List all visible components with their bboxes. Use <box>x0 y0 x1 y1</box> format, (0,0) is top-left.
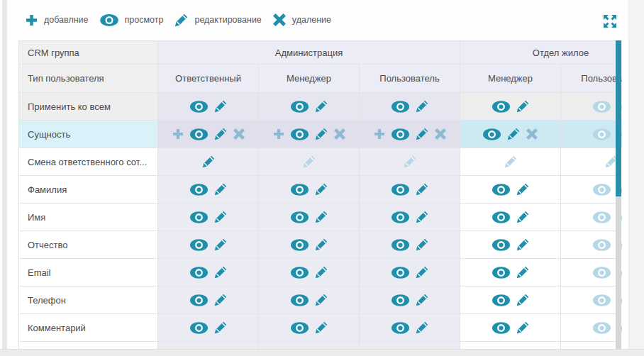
view-icon[interactable] <box>492 239 510 251</box>
edit-icon[interactable] <box>507 128 520 140</box>
edit-icon[interactable] <box>315 294 328 306</box>
vertical-scrollbar-thumb[interactable] <box>616 40 621 196</box>
edit-icon[interactable] <box>214 294 227 306</box>
edit-icon[interactable] <box>214 183 227 196</box>
view-icon[interactable] <box>392 267 409 279</box>
view-icon[interactable] <box>291 211 309 223</box>
edit-icon[interactable] <box>416 321 428 334</box>
add-icon[interactable] <box>374 128 385 140</box>
view-icon[interactable] <box>392 211 409 223</box>
view-icon[interactable] <box>593 267 611 279</box>
view-icon[interactable] <box>593 128 611 140</box>
add-icon[interactable] <box>172 128 184 140</box>
view-icon[interactable] <box>291 294 309 306</box>
permission-cell <box>259 287 360 314</box>
edit-icon[interactable] <box>214 211 227 223</box>
permission-cell <box>158 314 259 342</box>
permission-cell <box>460 231 561 259</box>
view-icon[interactable] <box>190 101 208 113</box>
view-icon[interactable] <box>593 101 611 113</box>
edit-icon[interactable] <box>214 128 227 140</box>
edit-icon[interactable] <box>504 155 517 168</box>
edit-icon[interactable] <box>416 238 428 251</box>
permission-cell <box>460 259 561 287</box>
edit-icon[interactable] <box>315 238 328 251</box>
edit-icon[interactable] <box>416 294 428 306</box>
view-icon[interactable] <box>190 239 208 251</box>
view-icon[interactable] <box>593 184 611 196</box>
view-icon[interactable] <box>291 322 309 334</box>
edit-icon[interactable] <box>214 100 227 113</box>
edit-icon[interactable] <box>315 128 328 140</box>
view-icon[interactable] <box>492 322 510 334</box>
legend-item-view: просмотр <box>100 14 164 26</box>
edit-icon[interactable] <box>516 321 529 334</box>
view-icon[interactable] <box>190 267 208 279</box>
view-icon[interactable] <box>492 294 510 306</box>
edit-icon[interactable] <box>516 100 529 113</box>
view-icon[interactable] <box>190 322 208 334</box>
view-icon[interactable] <box>392 239 409 251</box>
permission-cell <box>158 231 259 259</box>
view-icon[interactable] <box>492 101 510 113</box>
view-icon[interactable] <box>291 267 309 279</box>
edit-icon[interactable] <box>416 211 428 223</box>
edit-icon[interactable] <box>315 183 328 196</box>
view-icon[interactable] <box>392 184 409 196</box>
permission-cell <box>561 231 622 259</box>
edit-icon[interactable] <box>315 266 328 279</box>
view-icon[interactable] <box>392 322 409 334</box>
view-icon[interactable] <box>291 184 309 196</box>
delete-icon[interactable] <box>526 128 538 140</box>
view-icon[interactable] <box>492 267 510 279</box>
view-icon[interactable] <box>190 294 208 306</box>
expand-button[interactable] <box>602 13 617 28</box>
permission-cell <box>360 148 460 176</box>
edit-icon[interactable] <box>516 266 529 279</box>
edit-icon[interactable] <box>303 155 316 168</box>
view-icon[interactable] <box>492 211 510 223</box>
view-icon[interactable] <box>593 322 611 334</box>
view-icon[interactable] <box>392 128 409 140</box>
view-icon[interactable] <box>190 184 208 196</box>
permission-cell <box>360 342 460 349</box>
edit-icon[interactable] <box>214 238 227 251</box>
edit-icon[interactable] <box>315 211 328 223</box>
edit-icon[interactable] <box>416 266 428 279</box>
view-icon[interactable] <box>593 239 611 251</box>
vertical-scrollbar[interactable] <box>616 40 621 349</box>
delete-icon[interactable] <box>334 128 345 140</box>
view-icon[interactable] <box>291 239 309 251</box>
edit-icon[interactable] <box>404 155 416 168</box>
edit-icon[interactable] <box>416 183 428 196</box>
edit-icon[interactable] <box>516 183 529 196</box>
user-type-header-3: Пользователь <box>360 65 460 93</box>
edit-icon[interactable] <box>516 211 529 223</box>
view-icon[interactable] <box>190 211 208 223</box>
view-icon[interactable] <box>492 184 510 196</box>
edit-icon[interactable] <box>202 155 215 168</box>
view-icon[interactable] <box>392 294 409 306</box>
expand-icon <box>603 14 617 28</box>
view-icon[interactable] <box>593 211 611 223</box>
edit-icon[interactable] <box>214 321 227 334</box>
view-icon[interactable] <box>190 128 208 140</box>
edit-icon[interactable] <box>416 100 428 113</box>
view-icon[interactable] <box>483 128 501 140</box>
edit-icon[interactable] <box>315 100 328 113</box>
add-icon[interactable] <box>273 128 284 140</box>
row-label: Смена ответственного сот... <box>19 148 158 176</box>
edit-icon[interactable] <box>315 321 328 334</box>
view-icon[interactable] <box>593 294 611 306</box>
view-icon[interactable] <box>392 101 409 113</box>
edit-icon[interactable] <box>516 294 529 306</box>
edit-icon[interactable] <box>516 238 529 251</box>
delete-icon[interactable] <box>233 128 245 140</box>
delete-icon[interactable] <box>435 128 446 140</box>
view-icon[interactable] <box>291 101 309 113</box>
view-icon[interactable] <box>291 128 309 140</box>
add-icon <box>26 14 38 26</box>
edit-icon[interactable] <box>214 266 227 279</box>
edit-icon[interactable] <box>416 128 428 140</box>
horizontal-scrollbar-track[interactable] <box>0 349 644 356</box>
